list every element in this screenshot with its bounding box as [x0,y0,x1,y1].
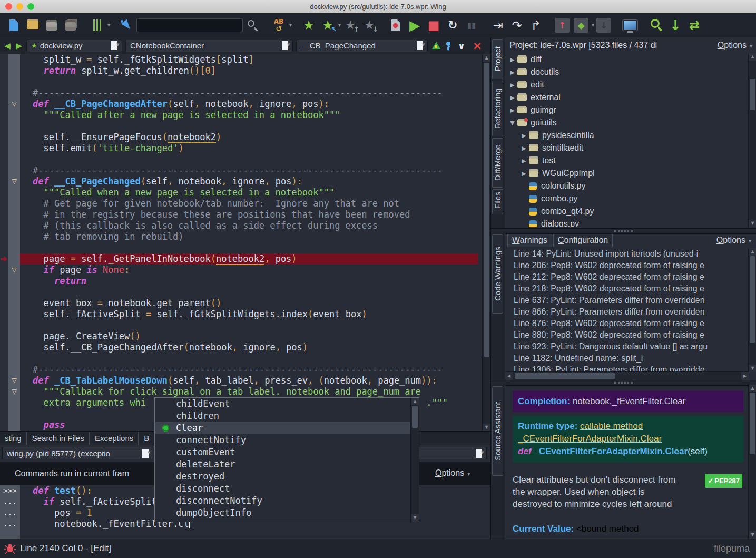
tree-item-pysidescintilla[interactable]: ▶pysidescintilla [505,129,749,142]
expand-icon[interactable]: ▶ [507,69,517,76]
fetch-icon[interactable]: ↓ [666,16,685,34]
apply-check-icon[interactable]: ∨ [455,41,468,51]
fold-cell[interactable] [8,165,20,176]
gutter-marker-cell[interactable] [0,353,8,364]
fold-cell[interactable] [8,309,20,320]
fold-cell[interactable] [8,132,20,143]
fold-cell[interactable] [8,419,20,430]
expand-icon[interactable]: ▶ [507,56,517,63]
tab-b[interactable]: B [139,432,154,445]
gutter-marker-cell[interactable] [0,331,8,342]
tab-configuration[interactable]: Configuration [553,234,613,247]
gutter-marker-cell[interactable] [0,154,8,165]
warnings-indicator-icon[interactable] [431,41,441,51]
save-all-icon[interactable] [61,16,80,34]
warnings-hscrollbar[interactable]: ◀ ▶ [505,371,749,380]
assistant-scrollbar[interactable]: ▲ ▼ [748,385,756,539]
expand-icon[interactable]: ▶ [519,170,529,177]
project-scrollbar[interactable]: ▲ ▼ [748,53,756,227]
scrollbar-thumb[interactable] [484,63,489,357]
scrollbar-thumb[interactable] [515,373,615,379]
warning-row[interactable]: Line 923: PyLint: Dangerous default valu… [505,341,749,353]
gutter-marker-cell[interactable] [0,165,8,176]
tree-item-edit[interactable]: ▶edit [505,79,749,91]
fold-cell[interactable] [8,87,20,99]
scroll-left-icon[interactable]: ◀ [505,372,513,380]
completion-item-connectnotify[interactable]: connectNotify [155,434,411,446]
warnings-scrollbar[interactable]: ▲ ▼ [748,248,756,372]
gutter-marker-cell[interactable] [0,242,8,253]
fold-cell[interactable] [8,397,20,408]
completion-item-customevent[interactable]: customEvent [155,446,411,458]
gutter-marker-cell[interactable] [0,320,8,331]
completion-item-clear[interactable]: Clear [155,422,411,434]
gutter-marker-cell[interactable] [0,76,8,87]
edit-tools-icon[interactable] [87,16,106,34]
gutter-marker-cell[interactable] [0,342,8,353]
tree-item-guiutils[interactable]: ▼guiutils [505,116,749,129]
toolbar-search-input[interactable] [136,18,243,32]
popup-scrollbar[interactable]: ▲ ▼ [410,398,419,522]
fold-cell[interactable] [8,76,20,87]
fold-cell[interactable] [8,408,20,419]
fold-cell[interactable] [8,231,20,242]
collapse-icon[interactable]: ▼ [507,120,517,126]
scroll-right-icon[interactable]: ▶ [741,372,749,380]
next-bookmark-icon[interactable]: ★↓ [360,16,379,34]
autocomplete-popup[interactable]: childEventchildrenClearconnectNotifycust… [154,397,419,522]
expand-icon[interactable]: ▶ [519,132,529,139]
tree-item-dialogs-py[interactable]: dialogs.py [505,218,749,227]
fold-cell[interactable] [8,54,20,65]
completion-item-deletelater[interactable]: deleteLater [155,458,411,471]
fold-cell[interactable] [8,364,20,375]
fold-cell[interactable] [8,220,20,231]
nav-forward-icon[interactable]: ▶ [15,41,23,51]
bug-icon[interactable] [4,543,16,554]
class-dropdown[interactable]: CNotebookContainer ▾ [125,40,293,52]
gutter-marker-cell[interactable] [0,253,8,265]
gutter-marker-cell[interactable] [0,220,8,231]
tree-item-docutils[interactable]: ▶docutils [505,66,749,79]
tool-tab-diff-merge[interactable]: Diff/Merge [492,138,503,188]
gutter-marker-cell[interactable] [0,397,8,408]
add-bookmark-icon[interactable]: ★ [299,16,318,34]
expand-icon[interactable]: ▶ [507,107,517,114]
warning-row[interactable]: Line 212: Pep8: W602 deprecated form of … [505,271,749,283]
gutter-marker-cell[interactable] [0,121,8,132]
symbol-dropdown[interactable]: __CB_PageChanged ▾ [296,40,428,52]
prev-bookmark-icon[interactable]: ★↑ [341,16,360,34]
debug-process-dropdown[interactable]: wing.py (pid 85777) (exceptio ▾ [2,447,153,459]
fold-cell[interactable] [8,342,20,353]
fold-cell[interactable] [8,121,20,132]
tool-tab-source-assistant[interactable]: Source Assistant [492,386,503,476]
tree-item-diff[interactable]: ▶diff [505,53,749,66]
gutter-marker-cell[interactable] [0,99,8,110]
fold-cell[interactable] [8,287,20,298]
scroll-down-icon[interactable]: ▼ [749,531,756,539]
breakpoint-icon[interactable]: ◆ [572,16,591,34]
sync-icon[interactable]: ⇄ [685,16,704,34]
menu-caret-icon[interactable]: ▾ [289,22,292,28]
gutter-marker-cell[interactable] [0,287,8,298]
fold-cell[interactable]: ▽ [8,176,20,187]
gutter-marker-cell[interactable] [0,198,8,209]
fold-cell[interactable]: ▽ [8,375,20,386]
gutter-marker-cell[interactable] [0,309,8,320]
scroll-down-icon[interactable]: ▼ [483,424,490,431]
tool-tab-project[interactable]: Project [492,39,503,79]
replace-icon[interactable]: AB↺ [269,16,288,34]
tree-item-guimgr[interactable]: ▶guimgr [505,104,749,116]
fold-cell[interactable] [8,253,20,265]
code-editor[interactable]: split_w = self._fGtkSplitWidgets[split] … [0,54,490,431]
tool-tab-files[interactable]: Files [492,189,503,214]
new-file-icon[interactable] [4,16,23,34]
probe-options-button[interactable]: Options▾ [435,468,470,478]
fold-cell[interactable] [8,110,20,121]
project-options-button[interactable]: Options▾ [718,41,752,50]
fold-cell[interactable] [8,353,20,364]
scroll-up-icon[interactable]: ▲ [483,54,490,62]
fold-cell[interactable]: ▽ [8,386,20,397]
fold-cell[interactable] [8,154,20,165]
editor-vertical-scrollbar[interactable]: ▲ ▼ [482,54,490,431]
gutter-marker-cell[interactable] [0,187,8,198]
